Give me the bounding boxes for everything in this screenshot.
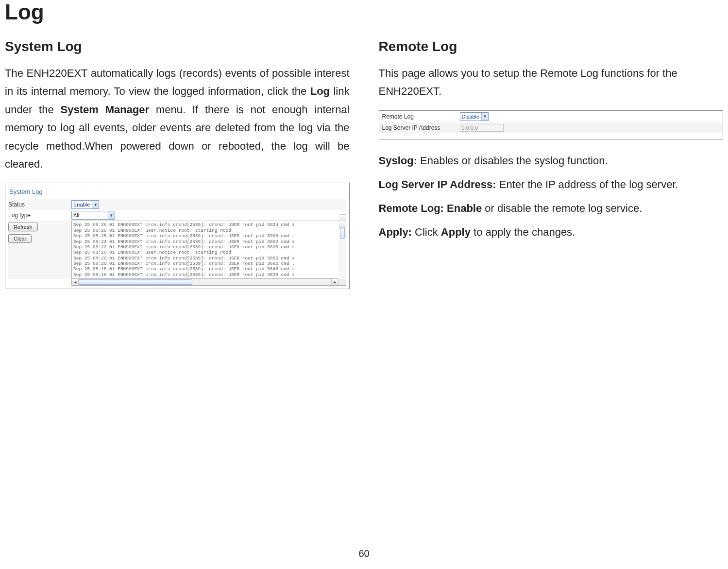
remote-log-heading: Remote Log [379,39,724,54]
apply-definition: Apply: Click Apply to apply the changes. [379,224,724,241]
syslog-header: System Log [8,186,346,199]
vertical-scrollbar[interactable] [339,221,346,222]
log-line: Sep 25 08:20:01 ENH900EXT user.notice ro… [73,250,337,255]
status-select[interactable]: Enable ▼ [71,200,99,209]
log-server-ip-definition: Log Server IP Address: Enter the IP addr… [379,176,724,193]
remote-log-intro: This page allows you to setup the Remote… [379,64,724,101]
text-bold-system-manager: System Manager [61,103,150,116]
log-server-ip-label: Log Server IP Address [382,124,460,131]
system-log-intro: The ENH220EXT automatically logs (record… [5,64,350,173]
right-column: Remote Log This page allows you to setup… [379,39,724,289]
chevron-down-icon: ▼ [92,201,99,208]
log-line: Sep 25 08:20:01 ENH900EXT cron.info cron… [73,261,337,266]
page-number: 60 [0,548,728,559]
log-line: Sep 25 08:20:01 ENH900EXT cron.info cron… [73,256,337,261]
chevron-down-icon: ▼ [481,113,488,121]
log-line: Sep 25 08:25:01 ENH900EXT user.notice ro… [73,228,337,233]
syslog-content-row: Refresh Clear Sep 25 08:26:01 ENH900EXT … [8,221,346,279]
status-select-value: Enable [73,202,90,207]
term: Log Server IP Address: [379,178,496,190]
syslog-definition: Syslog: Enables or disables the syslog f… [379,152,724,169]
log-textbox[interactable]: Sep 25 08:26:01 ENH900EXT cron.info cron… [71,221,339,279]
remote-log-definition: Remote Log: Enable or disable the remote… [379,200,724,217]
logtype-label: Log type [8,212,71,219]
refresh-button[interactable]: Refresh [8,223,38,231]
log-line: Sep 25 08:26:01 ENH900EXT cron.info cron… [73,222,337,227]
log-line: Sep 25 08:25:01 ENH900EXT cron.info cron… [73,233,337,239]
log-line: Sep 25 08:16:01 ENH900EXT cron.info cron… [73,272,337,277]
term: Apply: [379,226,412,238]
system-log-heading: System Log [5,39,350,54]
left-column: System Log The ENH220EXT automatically l… [5,39,350,289]
chevron-down-icon: ▼ [108,211,115,219]
logtype-select[interactable]: All ▼ [71,211,115,220]
logtype-select-value: All [73,212,106,218]
clear-button[interactable]: Clear [8,234,32,243]
log-server-ip-input[interactable]: 0.0.0.0 [460,124,504,132]
definition-text: Click [412,226,441,238]
remote-log-screenshot: Remote Log Disable ▼ Log Server IP Addre… [379,110,724,139]
scroll-track[interactable] [79,279,331,285]
scroll-left-icon[interactable]: ◀ [72,279,79,285]
syslog-logtype-row: Log type All ▼ [8,210,346,221]
term: Remote Log: Enable [379,202,482,214]
text: The ENH220EXT automatically logs (record… [5,67,350,97]
log-server-ip-row: Log Server IP Address 0.0.0.0 [379,122,723,133]
definition-text: or disable the remote log service. [482,202,642,214]
remote-log-row: Remote Log Disable ▼ [379,111,723,122]
definition-text: to apply the changes. [471,226,575,238]
system-log-screenshot: System Log Status Enable ▼ Log type All … [5,183,350,289]
scroll-right-icon[interactable]: ▶ [331,279,338,285]
remote-log-label: Remote Log [382,113,460,120]
scroll-thumb[interactable] [340,228,345,239]
horizontal-scrollbar[interactable]: ◀ ▶ [71,279,346,286]
definition-text: Enables or disables the syslog function. [417,155,608,167]
term: Syslog: [379,155,417,167]
syslog-buttons: Refresh Clear [8,221,71,244]
syslog-status-row: Status Enable ▼ [8,199,346,210]
log-line: Sep 25 08:24:01 ENH900EXT cron.info cron… [73,239,337,244]
log-line: Sep 25 08:22:01 ENH900EXT cron.info cron… [73,244,337,250]
definition-text: Enter the IP address of the log server. [496,178,678,190]
remote-log-select[interactable]: Disable ▼ [460,112,489,121]
scroll-corner [338,279,346,285]
text-bold-log: Log [310,85,330,97]
apply-bold: Apply [441,226,471,238]
remote-log-select-value: Disable [462,114,480,120]
status-label: Status [8,201,71,208]
log-line: Sep 25 08:18:01 ENH900EXT cron.info cron… [73,266,337,272]
scroll-thumb[interactable] [79,279,192,285]
page-title: Log [5,0,723,24]
